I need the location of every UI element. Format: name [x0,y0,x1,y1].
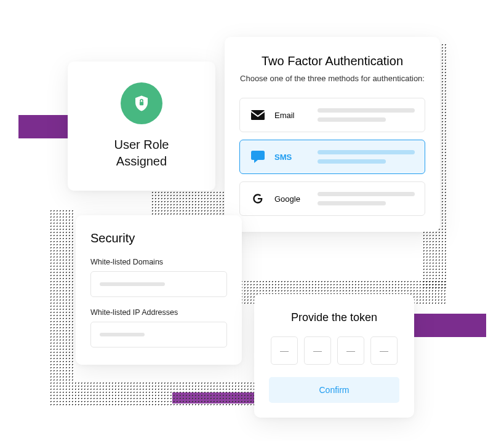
svg-rect-0 [140,102,143,106]
email-icon [250,110,266,120]
google-icon [250,192,266,205]
two-factor-title: Two Factor Authentication [239,54,425,68]
user-role-card: User Role Assigned [68,62,215,191]
input-placeholder [100,282,165,286]
security-title: Security [90,231,227,245]
user-role-title: User Role Assigned [114,137,169,170]
two-factor-card: Two Factor Authentication Choose one of … [225,37,440,232]
sms-icon [250,151,266,163]
confirm-button[interactable]: Confirm [269,377,399,403]
method-google[interactable]: Google [239,181,425,216]
token-input-group: — — — — [269,336,399,365]
token-digit-input[interactable]: — [370,336,398,365]
method-label: Google [274,194,309,204]
token-digit-input[interactable]: — [304,336,331,365]
two-factor-subtitle: Choose one of the three methods for auth… [239,73,425,84]
token-digit-input[interactable]: — [271,336,298,365]
decorative-dotted [151,191,225,215]
decorative-dotted [49,209,74,381]
whitelist-ip-input[interactable] [90,322,227,348]
security-card: Security White-listed Domains White-list… [76,215,242,365]
token-title: Provide the token [269,311,399,324]
input-placeholder [100,333,145,336]
method-label: SMS [274,153,309,162]
decorative-dotted [49,381,258,406]
token-card: Provide the token — — — — Confirm [254,294,414,418]
method-placeholder [318,150,415,164]
whitelist-domains-label: White-listed Domains [90,258,227,266]
method-email[interactable]: Email [239,98,425,132]
method-placeholder [318,108,415,122]
method-label: Email [274,111,309,120]
token-digit-input[interactable]: — [337,336,364,365]
whitelist-ip-label: White-listed IP Addresses [90,308,227,317]
svg-rect-2 [251,151,265,160]
whitelist-domains-input[interactable] [90,271,227,297]
method-sms[interactable]: SMS [239,140,425,174]
shield-lock-icon [121,82,162,124]
svg-rect-1 [251,110,265,120]
method-placeholder [318,192,415,205]
